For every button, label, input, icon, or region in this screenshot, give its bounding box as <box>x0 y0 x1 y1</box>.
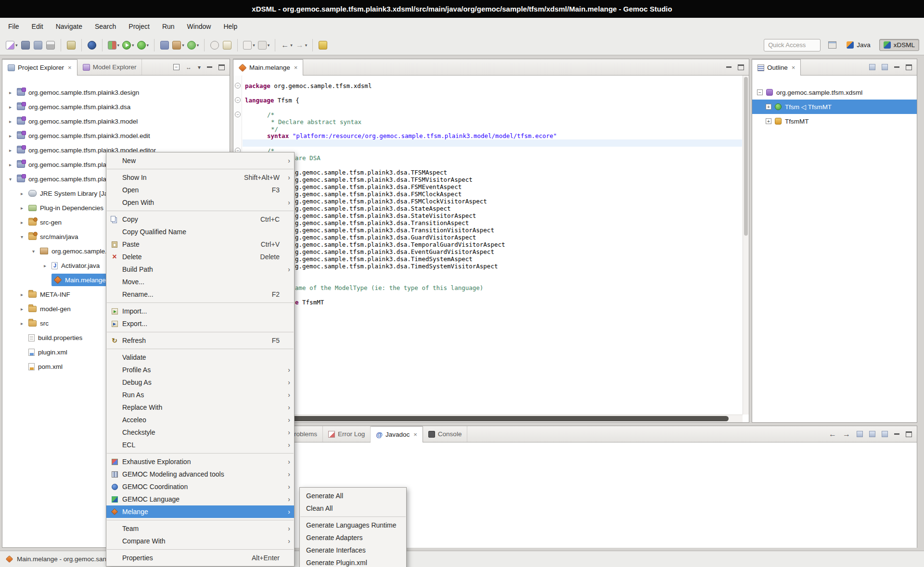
tree-item-project-dsa[interactable]: ▸org.gemoc.sample.tfsm.plaink3.dsa <box>2 100 230 114</box>
expander-icon[interactable]: ▸ <box>42 263 48 268</box>
menu-item-open-with[interactable]: Open With› <box>106 196 294 209</box>
menu-item-replace-with[interactable]: Replace With› <box>106 401 294 414</box>
expander-icon[interactable]: + <box>766 118 771 124</box>
perspective-java-button[interactable]: Java <box>843 39 874 50</box>
tab-main-melange[interactable]: Main.melange × <box>233 59 303 76</box>
outline-item-tfsm[interactable]: + Tfsm ◁ TfsmMT <box>752 100 917 114</box>
new-class-button[interactable]: ▾ <box>186 38 200 52</box>
expander-icon[interactable]: + <box>766 104 771 110</box>
expander-icon[interactable]: ▸ <box>19 292 25 297</box>
scrollbar-thumb[interactable] <box>744 77 748 236</box>
menu-item-melange[interactable]: Melange› <box>106 505 294 518</box>
tab-project-explorer[interactable]: Project Explorer × <box>2 59 77 76</box>
expander-icon[interactable]: ▸ <box>19 191 25 196</box>
menu-item-rename[interactable]: Rename...F2 <box>106 288 294 301</box>
outline-item-tfsmmt[interactable]: + TfsmMT <box>752 114 917 128</box>
menu-item-debug-as[interactable]: Debug As› <box>106 376 294 389</box>
tree-item-project-design[interactable]: ▸org.gemoc.sample.tfsm.plaink3.design <box>2 85 230 100</box>
menu-item-import[interactable]: Import... <box>106 305 294 317</box>
next-annotation-button[interactable]: ▾ <box>242 38 256 52</box>
submenu-item-generate-plugin-xml[interactable]: Generate Plugin.xml <box>300 556 406 567</box>
expander-icon[interactable]: ▾ <box>19 234 25 239</box>
expander-icon[interactable]: ▾ <box>7 176 13 182</box>
menu-item-build-path[interactable]: Build Path› <box>106 263 294 276</box>
close-icon[interactable]: × <box>68 64 72 71</box>
quick-access-input[interactable] <box>764 39 821 51</box>
submenu-item-clean-all[interactable]: Clean All <box>300 502 406 515</box>
submenu-item-generate-interfaces[interactable]: Generate Interfaces <box>300 544 406 556</box>
menu-item-new[interactable]: New› <box>106 154 294 167</box>
menu-navigate[interactable]: Navigate <box>50 19 89 34</box>
tree-item-project-model-edit[interactable]: ▸org.gemoc.sample.tfsm.plaink3.model.edi… <box>2 128 230 143</box>
expander-icon[interactable]: ▾ <box>30 249 37 254</box>
menu-item-checkstyle[interactable]: Checkstyle› <box>106 426 294 439</box>
expander-icon[interactable]: ▸ <box>19 205 25 211</box>
minimize-icon[interactable] <box>894 66 899 68</box>
expander-icon[interactable]: ▸ <box>7 119 13 124</box>
tools-button[interactable] <box>65 38 77 52</box>
maximize-icon[interactable] <box>218 64 225 70</box>
print-button[interactable] <box>45 38 56 52</box>
forward-icon[interactable]: → <box>843 430 850 439</box>
maximize-icon[interactable] <box>906 431 912 437</box>
back-icon[interactable]: ← <box>829 430 836 439</box>
menu-project[interactable]: Project <box>122 19 156 34</box>
debug-button[interactable] <box>86 38 98 52</box>
menu-item-compare-with[interactable]: Compare With› <box>106 535 294 547</box>
menu-item-properties[interactable]: PropertiesAlt+Enter <box>106 552 294 564</box>
menu-item-acceleo[interactable]: Acceleo› <box>106 414 294 426</box>
tab-outline[interactable]: Outline × <box>752 59 801 76</box>
menu-item-team[interactable]: Team› <box>106 522 294 535</box>
expander-icon[interactable]: ▸ <box>7 104 13 110</box>
menu-item-exhaustive-exploration[interactable]: Exhaustive Exploration› <box>106 455 294 468</box>
submenu-item-generate-languages-runtime[interactable]: Generate Languages Runtime <box>300 519 406 531</box>
run-button[interactable]: ▾ <box>121 38 135 52</box>
tab-javadoc[interactable]: @ Javadoc × <box>371 426 423 442</box>
open-input-icon[interactable] <box>882 431 888 437</box>
tab-model-explorer[interactable]: Model Explorer <box>77 59 142 75</box>
maximize-icon[interactable] <box>906 64 912 70</box>
expander-icon[interactable]: ▸ <box>7 90 13 95</box>
menu-run[interactable]: Run <box>156 19 181 34</box>
view-menu-icon[interactable]: ▾ <box>198 64 201 71</box>
close-icon[interactable]: × <box>294 64 298 71</box>
sort-icon[interactable] <box>869 64 875 70</box>
menu-edit[interactable]: Edit <box>26 19 50 34</box>
menu-item-run-as[interactable]: Run As› <box>106 389 294 401</box>
new-java-project-button[interactable] <box>159 38 170 52</box>
prev-annotation-button[interactable]: ▾ <box>257 38 271 52</box>
expander-icon[interactable]: ▸ <box>7 148 13 153</box>
menu-item-gemoc-coordination[interactable]: GEMOC Coordination› <box>106 480 294 493</box>
menu-file[interactable]: File <box>2 19 26 34</box>
menu-help[interactable]: Help <box>217 19 244 34</box>
submenu-item-generate-adapters[interactable]: Generate Adapters <box>300 531 406 544</box>
task-button[interactable] <box>221 38 233 52</box>
maximize-icon[interactable] <box>738 64 744 70</box>
scrollbar-thumb[interactable] <box>235 416 729 421</box>
tree-item-project-model[interactable]: ▸org.gemoc.sample.tfsm.plaink3.model <box>2 114 230 128</box>
menu-window[interactable]: Window <box>181 19 218 34</box>
collapse-all-icon[interactable]: − <box>173 64 180 70</box>
menu-item-paste[interactable]: PasteCtrl+V <box>106 238 294 251</box>
menu-item-export[interactable]: Export... <box>106 317 294 330</box>
open-perspective-button[interactable] <box>826 38 838 52</box>
expander-icon[interactable]: ▸ <box>19 306 25 312</box>
link-with-editor-icon[interactable]: ↔ <box>186 64 192 71</box>
save-button[interactable] <box>20 38 31 52</box>
menu-item-profile-as[interactable]: Profile As› <box>106 364 294 376</box>
new-package-button[interactable]: ▾ <box>171 38 185 52</box>
horizontal-scrollbar[interactable] <box>233 415 743 422</box>
fold-marker-icon[interactable]: − <box>235 83 241 88</box>
outline-item-root[interactable]: − org.gemoc.sample.tfsm.xdsml <box>752 85 917 100</box>
code-editor[interactable]: − − − − package org.gemoc.sample.tfsm.xd… <box>233 76 749 422</box>
minimize-icon[interactable] <box>207 66 212 68</box>
menu-item-delete[interactable]: ×DeleteDelete <box>106 251 294 263</box>
filter-icon[interactable] <box>882 64 888 70</box>
fold-marker-icon[interactable]: − <box>235 112 241 117</box>
new-wizard-button[interactable]: ▾ <box>5 38 19 52</box>
menu-item-open[interactable]: OpenF3 <box>106 184 294 196</box>
vertical-scrollbar[interactable] <box>743 76 749 415</box>
menu-item-ecl[interactable]: ECL› <box>106 439 294 451</box>
forward-button[interactable]: →▾ <box>295 38 308 52</box>
menu-item-copy-qualified-name[interactable]: Copy Qualified Name <box>106 226 294 238</box>
